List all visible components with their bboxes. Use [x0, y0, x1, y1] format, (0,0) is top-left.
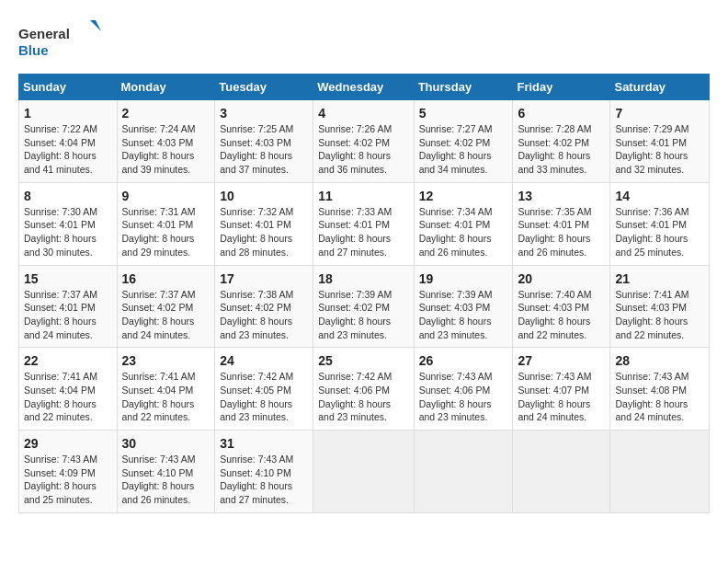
day-number: 9 [122, 189, 210, 203]
day-info: Sunrise: 7:41 AM Sunset: 4:04 PM Dayligh… [24, 370, 112, 424]
sunrise-text: Sunrise: 7:43 AM [122, 454, 196, 465]
calendar-cell: 6 Sunrise: 7:28 AM Sunset: 4:02 PM Dayli… [513, 100, 610, 183]
sunset-text: Sunset: 4:02 PM [318, 137, 390, 148]
page-header: General Blue [18, 18, 710, 64]
sunrise-text: Sunrise: 7:43 AM [24, 454, 97, 465]
day-info: Sunrise: 7:40 AM Sunset: 4:03 PM Dayligh… [518, 288, 605, 342]
sunset-text: Sunset: 4:08 PM [615, 385, 687, 396]
calendar-cell: 30 Sunrise: 7:43 AM Sunset: 4:10 PM Dayl… [117, 431, 215, 513]
daylight-text: Daylight: 8 hours and 23 minutes. [318, 316, 391, 340]
day-number: 11 [318, 189, 408, 203]
column-header-friday: Friday [513, 75, 610, 100]
logo-svg: General Blue [18, 18, 101, 64]
daylight-text: Daylight: 8 hours and 24 minutes. [24, 316, 97, 340]
day-info: Sunrise: 7:39 AM Sunset: 4:02 PM Dayligh… [318, 288, 408, 342]
day-info: Sunrise: 7:27 AM Sunset: 4:02 PM Dayligh… [419, 122, 508, 177]
daylight-text: Daylight: 8 hours and 29 minutes. [122, 233, 195, 258]
sunrise-text: Sunrise: 7:36 AM [615, 206, 688, 217]
day-number: 8 [24, 189, 112, 203]
day-number: 20 [518, 271, 605, 286]
calendar-week-row: 22 Sunrise: 7:41 AM Sunset: 4:04 PM Dayl… [19, 348, 710, 431]
calendar-cell: 5 Sunrise: 7:27 AM Sunset: 4:02 PM Dayli… [414, 100, 513, 183]
daylight-text: Daylight: 8 hours and 27 minutes. [220, 480, 292, 505]
sunset-text: Sunset: 4:02 PM [518, 137, 589, 148]
sunset-text: Sunset: 4:03 PM [220, 137, 291, 148]
day-number: 22 [24, 353, 112, 368]
daylight-text: Daylight: 8 hours and 23 minutes. [419, 398, 492, 423]
daylight-text: Daylight: 8 hours and 23 minutes. [220, 316, 292, 340]
day-info: Sunrise: 7:43 AM Sunset: 4:09 PM Dayligh… [24, 453, 112, 507]
daylight-text: Daylight: 8 hours and 22 minutes. [24, 398, 97, 423]
sunrise-text: Sunrise: 7:33 AM [318, 206, 392, 217]
sunrise-text: Sunrise: 7:32 AM [220, 206, 293, 217]
calendar-cell: 19 Sunrise: 7:39 AM Sunset: 4:03 PM Dayl… [414, 265, 513, 348]
day-info: Sunrise: 7:41 AM Sunset: 4:04 PM Dayligh… [122, 370, 210, 424]
day-number: 25 [318, 353, 408, 368]
column-header-saturday: Saturday [610, 75, 710, 100]
daylight-text: Daylight: 8 hours and 23 minutes. [419, 316, 492, 340]
sunset-text: Sunset: 4:10 PM [122, 467, 194, 478]
day-number: 4 [318, 106, 408, 121]
day-number: 30 [122, 436, 210, 451]
day-number: 17 [220, 271, 308, 286]
sunset-text: Sunset: 4:02 PM [122, 302, 194, 313]
day-number: 27 [518, 353, 605, 368]
day-info: Sunrise: 7:31 AM Sunset: 4:01 PM Dayligh… [122, 205, 210, 259]
daylight-text: Daylight: 8 hours and 39 minutes. [122, 150, 195, 175]
day-info: Sunrise: 7:41 AM Sunset: 4:03 PM Dayligh… [615, 288, 704, 342]
column-header-tuesday: Tuesday [215, 75, 313, 100]
calendar-cell: 11 Sunrise: 7:33 AM Sunset: 4:01 PM Dayl… [313, 182, 414, 265]
svg-marker-1 [90, 20, 101, 31]
daylight-text: Daylight: 8 hours and 36 minutes. [318, 150, 391, 175]
calendar-cell: 2 Sunrise: 7:24 AM Sunset: 4:03 PM Dayli… [117, 100, 215, 183]
day-info: Sunrise: 7:32 AM Sunset: 4:01 PM Dayligh… [220, 205, 308, 259]
calendar-cell: 22 Sunrise: 7:41 AM Sunset: 4:04 PM Dayl… [19, 348, 118, 431]
sunset-text: Sunset: 4:01 PM [220, 219, 291, 230]
daylight-text: Daylight: 8 hours and 22 minutes. [615, 316, 688, 340]
sunset-text: Sunset: 4:04 PM [24, 385, 96, 396]
calendar-cell: 12 Sunrise: 7:34 AM Sunset: 4:01 PM Dayl… [414, 182, 513, 265]
day-info: Sunrise: 7:25 AM Sunset: 4:03 PM Dayligh… [220, 122, 308, 177]
sunset-text: Sunset: 4:03 PM [122, 137, 194, 148]
calendar-cell: 15 Sunrise: 7:37 AM Sunset: 4:01 PM Dayl… [19, 265, 118, 348]
calendar-table: SundayMondayTuesdayWednesdayThursdayFrid… [18, 74, 710, 513]
daylight-text: Daylight: 8 hours and 30 minutes. [24, 233, 97, 258]
day-number: 3 [220, 106, 308, 121]
day-info: Sunrise: 7:36 AM Sunset: 4:01 PM Dayligh… [615, 205, 704, 259]
day-info: Sunrise: 7:24 AM Sunset: 4:03 PM Dayligh… [122, 122, 210, 177]
sunrise-text: Sunrise: 7:43 AM [419, 371, 493, 382]
sunset-text: Sunset: 4:06 PM [318, 385, 390, 396]
calendar-cell: 23 Sunrise: 7:41 AM Sunset: 4:04 PM Dayl… [117, 348, 215, 431]
sunrise-text: Sunrise: 7:34 AM [419, 206, 493, 217]
day-info: Sunrise: 7:37 AM Sunset: 4:01 PM Dayligh… [24, 288, 112, 342]
day-number: 24 [220, 353, 308, 368]
day-number: 26 [419, 353, 508, 368]
day-number: 29 [24, 436, 112, 451]
calendar-week-row: 15 Sunrise: 7:37 AM Sunset: 4:01 PM Dayl… [19, 265, 710, 348]
sunrise-text: Sunrise: 7:42 AM [318, 371, 392, 382]
sunrise-text: Sunrise: 7:26 AM [318, 123, 392, 134]
day-info: Sunrise: 7:43 AM Sunset: 4:07 PM Dayligh… [518, 370, 605, 424]
svg-text:General: General [18, 26, 70, 41]
sunrise-text: Sunrise: 7:37 AM [122, 289, 196, 300]
sunset-text: Sunset: 4:01 PM [24, 219, 96, 230]
daylight-text: Daylight: 8 hours and 23 minutes. [220, 398, 292, 423]
calendar-cell [610, 431, 710, 513]
sunset-text: Sunset: 4:01 PM [24, 302, 96, 313]
daylight-text: Daylight: 8 hours and 22 minutes. [518, 316, 590, 340]
day-number: 10 [220, 189, 308, 203]
sunrise-text: Sunrise: 7:35 AM [518, 206, 591, 217]
calendar-cell: 17 Sunrise: 7:38 AM Sunset: 4:02 PM Dayl… [215, 265, 313, 348]
calendar-cell: 14 Sunrise: 7:36 AM Sunset: 4:01 PM Dayl… [610, 182, 710, 265]
sunset-text: Sunset: 4:06 PM [419, 385, 491, 396]
day-number: 12 [419, 189, 508, 203]
day-info: Sunrise: 7:43 AM Sunset: 4:10 PM Dayligh… [122, 453, 210, 507]
sunset-text: Sunset: 4:01 PM [615, 137, 687, 148]
day-number: 15 [24, 271, 112, 286]
sunrise-text: Sunrise: 7:29 AM [615, 123, 688, 134]
calendar-header-row: SundayMondayTuesdayWednesdayThursdayFrid… [19, 75, 710, 100]
calendar-cell: 25 Sunrise: 7:42 AM Sunset: 4:06 PM Dayl… [313, 348, 414, 431]
day-info: Sunrise: 7:26 AM Sunset: 4:02 PM Dayligh… [318, 122, 408, 177]
day-info: Sunrise: 7:33 AM Sunset: 4:01 PM Dayligh… [318, 205, 408, 259]
day-info: Sunrise: 7:34 AM Sunset: 4:01 PM Dayligh… [419, 205, 508, 259]
